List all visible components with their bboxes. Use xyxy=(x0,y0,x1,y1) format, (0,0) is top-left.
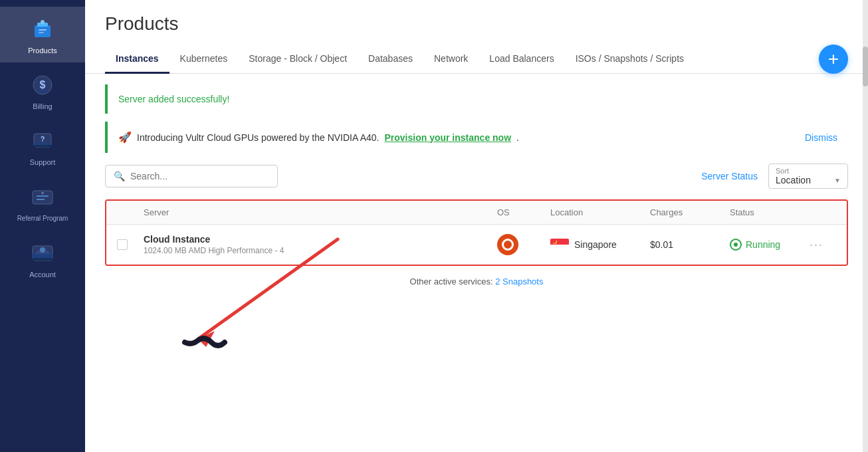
header-server: Server xyxy=(144,207,497,217)
sidebar: Products $ Billing ? Support xyxy=(0,0,85,452)
footer: Other active services: 2 Snapshots xyxy=(105,266,848,297)
charges-cell: $0.01 xyxy=(650,239,730,250)
sidebar-item-account[interactable]: Account xyxy=(0,231,85,286)
sort-value-text: Location xyxy=(776,175,811,185)
sidebar-products-label: Products xyxy=(28,47,56,55)
info-text-suffix: . xyxy=(516,132,519,143)
table-header: Server OS Location Charges Status xyxy=(106,201,847,225)
success-message: Server added successfully! xyxy=(118,94,229,104)
billing-icon: $ xyxy=(28,70,57,100)
tab-instances[interactable]: Instances xyxy=(105,45,169,74)
success-banner: Server added successfully! xyxy=(105,84,848,114)
footer-prefix: Other active services: xyxy=(410,277,493,286)
scrollbar-track[interactable] xyxy=(863,0,868,452)
scrollbar-thumb[interactable] xyxy=(863,47,868,86)
svg-rect-0 xyxy=(35,25,51,37)
table-row: Cloud Instance 1024.00 MB AMD High Perfo… xyxy=(106,225,847,265)
svg-point-7 xyxy=(37,89,48,93)
checkbox-input[interactable] xyxy=(117,239,128,250)
sidebar-item-support[interactable]: ? Support xyxy=(0,118,85,174)
sort-value-row: Location ▼ xyxy=(776,175,841,185)
header-location: Location xyxy=(550,207,650,217)
header-os: OS xyxy=(497,207,550,217)
search-icon: 🔍 xyxy=(114,171,125,181)
svg-rect-3 xyxy=(39,29,47,31)
sort-chevron-icon: ▼ xyxy=(834,177,841,184)
location-cell: 🌙 Singapore xyxy=(550,239,650,251)
tab-kubernetes[interactable]: Kubernetes xyxy=(169,45,239,74)
support-icon: ? xyxy=(28,126,57,156)
svg-text:$: $ xyxy=(40,79,46,90)
tabs-bar: Instances Kubernetes Storage - Block / O… xyxy=(85,45,868,74)
account-icon xyxy=(28,239,57,268)
flag-top: 🌙 xyxy=(550,239,569,245)
page-header: Products xyxy=(85,0,868,45)
instances-table: Server OS Location Charges Status Cloud … xyxy=(105,199,848,266)
server-status-link[interactable]: Server Status xyxy=(701,171,758,181)
server-spec: 1024.00 MB AMD High Performance - 4 xyxy=(144,246,497,255)
status-dot-inner xyxy=(734,243,738,247)
provision-link[interactable]: Provision your instance now xyxy=(384,132,511,143)
svg-text:?: ? xyxy=(41,135,45,143)
svg-rect-18 xyxy=(33,258,53,261)
flag-bottom xyxy=(550,245,569,251)
add-button[interactable]: + xyxy=(819,45,848,74)
tab-load-balancers[interactable]: Load Balancers xyxy=(479,45,564,74)
singapore-flag: 🌙 xyxy=(550,239,569,251)
header-actions xyxy=(810,207,836,217)
info-banner-left: 🚀 Introducing Vultr Cloud GPUs powered b… xyxy=(118,131,519,144)
tab-databases[interactable]: Databases xyxy=(358,45,423,74)
sidebar-support-label: Support xyxy=(30,158,56,166)
svg-rect-4 xyxy=(39,32,44,33)
info-text-prefix: Introducing Vultr Cloud GPUs powered by … xyxy=(137,132,379,143)
status-dot xyxy=(730,239,742,251)
status-text: Running xyxy=(746,239,780,250)
header-checkbox-col xyxy=(117,207,144,217)
server-info: Cloud Instance 1024.00 MB AMD High Perfo… xyxy=(144,234,497,255)
sidebar-referral-label: Referral Program xyxy=(17,214,68,223)
main-content: Products Instances Kubernetes Storage - … xyxy=(85,0,868,452)
snapshots-link[interactable]: 2 Snapshots xyxy=(495,277,543,286)
more-options-button[interactable]: ··· xyxy=(810,238,836,252)
sort-dropdown[interactable]: Sort Location ▼ xyxy=(768,164,848,189)
row-checkbox[interactable] xyxy=(117,239,144,250)
sidebar-item-billing[interactable]: $ Billing xyxy=(0,62,85,118)
sidebar-account-label: Account xyxy=(29,271,56,279)
sidebar-item-products[interactable]: Products xyxy=(0,7,85,62)
os-cell xyxy=(497,234,550,255)
content-area: Server added successfully! 🚀 Introducing… xyxy=(85,74,868,452)
tab-network[interactable]: Network xyxy=(423,45,479,74)
svg-text:×: × xyxy=(41,190,45,196)
sidebar-item-referral[interactable]: × Referral Program xyxy=(0,174,85,231)
ubuntu-inner xyxy=(502,239,514,251)
svg-point-19 xyxy=(40,247,45,253)
search-input[interactable] xyxy=(130,171,269,181)
snapshots-count: 2 xyxy=(495,277,500,286)
ubuntu-icon xyxy=(497,234,518,255)
products-icon xyxy=(28,15,57,44)
tab-storage[interactable]: Storage - Block / Object xyxy=(238,45,358,74)
referral-icon: × xyxy=(28,182,57,211)
server-name[interactable]: Cloud Instance xyxy=(144,234,497,245)
info-banner: 🚀 Introducing Vultr Cloud GPUs powered b… xyxy=(105,122,848,153)
svg-point-2 xyxy=(41,20,45,24)
status-cell: Running xyxy=(730,239,810,251)
sidebar-billing-label: Billing xyxy=(33,102,52,110)
location-name: Singapore xyxy=(574,239,617,250)
sort-label: Sort xyxy=(776,167,841,175)
toolbar-right: Server Status Sort Location ▼ xyxy=(701,164,848,189)
search-box[interactable]: 🔍 xyxy=(105,165,278,187)
svg-rect-10 xyxy=(34,145,51,147)
header-status: Status xyxy=(730,207,810,217)
rocket-icon: 🚀 xyxy=(118,131,132,144)
page-title: Products xyxy=(105,13,848,35)
tab-isos[interactable]: ISOs / Snapshots / Scripts xyxy=(565,45,695,74)
toolbar: 🔍 Server Status Sort Location ▼ xyxy=(105,164,848,189)
header-charges: Charges xyxy=(650,207,730,217)
dismiss-button[interactable]: Dismiss xyxy=(805,132,837,143)
snapshots-label[interactable]: Snapshots xyxy=(502,277,543,286)
